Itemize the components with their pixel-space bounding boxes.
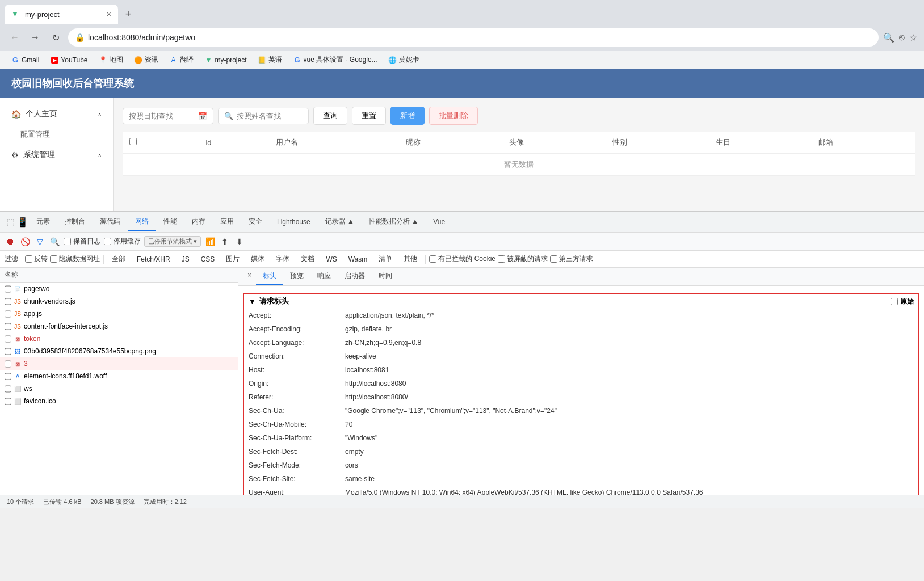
filter-ws-btn[interactable]: WS	[321, 254, 341, 264]
tab-perf-insights[interactable]: 性能数据分析 ▲	[362, 213, 425, 231]
active-tab[interactable]: ▼ my-project ×	[5, 5, 118, 24]
bookmark-my-project[interactable]: ▼ my-project	[200, 54, 251, 66]
bookmark-vue-settings[interactable]: G vue 具体设置 - Google...	[289, 53, 382, 66]
back-button[interactable]: ←	[7, 30, 23, 45]
batch-delete-button[interactable]: 批量删除	[429, 107, 478, 125]
upload-btn[interactable]: ⬆	[219, 236, 230, 247]
msn-favicon: 🟠	[135, 56, 142, 64]
hide-data-urls-checkbox[interactable]: 隐藏数据网址	[50, 254, 100, 264]
bookmark-msn[interactable]: 🟠 资讯	[130, 53, 163, 66]
filter-img-btn[interactable]: 图片	[221, 253, 244, 265]
request-pagetwo[interactable]: 📄 pagetwo	[0, 283, 238, 295]
detail-tab-initiator[interactable]: 启动器	[338, 268, 372, 285]
request-chunk-vendors[interactable]: JS chunk-vendors.js	[0, 295, 238, 308]
request-favicon[interactable]: ⬜ favicon.ico	[0, 395, 238, 407]
tab-memory[interactable]: 内存	[185, 213, 212, 231]
filter-fetch-xhr-btn[interactable]: Fetch/XHR	[132, 254, 175, 264]
new-tab-button[interactable]: +	[120, 6, 136, 22]
devtools-inspect-btn[interactable]: ⬚	[5, 217, 16, 228]
tab-network[interactable]: 网络	[128, 213, 156, 231]
bookmark-youtube[interactable]: ▶ YouTube	[46, 54, 92, 66]
filter-font-btn[interactable]: 字体	[271, 253, 294, 265]
sidebar-system[interactable]: ⚙ 系统管理 ∧	[0, 144, 113, 166]
bookmark-button[interactable]: ☆	[909, 32, 917, 43]
date-search-input[interactable]	[129, 112, 195, 120]
tab-vue[interactable]: Vue	[426, 214, 452, 230]
address-bar[interactable]: 🔒 localhost:8080/admin/pagetwo	[68, 28, 879, 47]
download-btn[interactable]: ⬇	[234, 236, 245, 247]
name-search-field[interactable]: 🔍	[218, 108, 309, 124]
query-button[interactable]: 查询	[313, 107, 347, 125]
reload-button[interactable]: ↻	[48, 30, 64, 45]
record-button[interactable]: ⏺	[5, 236, 16, 247]
sidebar-config[interactable]: 配置管理	[0, 125, 113, 144]
detail-tab-timing[interactable]: 时间	[372, 268, 399, 285]
finish-time: 完成用时：2.12	[144, 498, 187, 506]
main-content: 📅 🔍 查询 重置 新增 批量删除 id 用户名 昵称	[114, 98, 924, 211]
zoom-button[interactable]: 🔍	[883, 32, 894, 43]
select-all-checkbox[interactable]	[129, 138, 137, 145]
header-value: http://localhost:8080/	[345, 392, 914, 402]
third-party-checkbox[interactable]: 第三方请求	[550, 254, 593, 264]
blocked-cookie-checkbox[interactable]: 有已拦截的 Cookie	[429, 254, 495, 264]
request-element-icons[interactable]: A element-icons.ff18efd1.woff	[0, 370, 238, 382]
forward-button[interactable]: →	[27, 30, 43, 45]
add-button[interactable]: 新增	[390, 107, 425, 125]
request-3[interactable]: ⊠ 3	[0, 357, 238, 370]
filter-icon-btn[interactable]: ▽	[34, 236, 45, 247]
detail-close-btn[interactable]: ×	[243, 268, 256, 285]
tab-sources[interactable]: 源代码	[93, 213, 127, 231]
raw-checkbox[interactable]: 原始	[891, 297, 914, 306]
tab-elements[interactable]: 元素	[30, 213, 57, 231]
detail-tab-headers[interactable]: 标头	[256, 268, 283, 285]
request-element-icons-name: element-icons.ff18efd1.woff	[24, 372, 233, 380]
preserve-log-checkbox[interactable]: 保留日志	[64, 237, 100, 246]
tab-security[interactable]: 安全	[242, 213, 269, 231]
filter-css-btn[interactable]: CSS	[196, 254, 220, 264]
date-search-field[interactable]: 📅	[123, 108, 213, 124]
tab-console[interactable]: 控制台	[58, 213, 92, 231]
filter-media-btn[interactable]: 媒体	[246, 253, 269, 265]
bookmark-maps[interactable]: 📍 地图	[95, 53, 128, 66]
sidebar-home[interactable]: 🏠 个人主页 ∧	[0, 103, 113, 125]
app-header: 校园旧物回收后台管理系统	[0, 69, 924, 98]
tab-close-btn[interactable]: ×	[107, 10, 111, 19]
bookmark-gmail[interactable]: G Gmail	[7, 54, 44, 66]
blocked-requests-checkbox[interactable]: 被屏蔽的请求	[498, 254, 548, 264]
sidebar: 🏠 个人主页 ∧ 配置管理 ⚙ 系统管理 ∧	[0, 98, 114, 211]
reset-button[interactable]: 重置	[352, 107, 386, 125]
request-ws[interactable]: ⬜ ws	[0, 382, 238, 395]
tab-performance[interactable]: 性能	[157, 213, 184, 231]
tab-recorder[interactable]: 记录器 ▲	[318, 213, 361, 231]
filter-doc-btn[interactable]: 文档	[296, 253, 319, 265]
clear-button[interactable]: 🚫	[19, 236, 31, 247]
tab-application[interactable]: 应用	[213, 213, 241, 231]
disable-cache-checkbox[interactable]: 停用缓存	[104, 237, 141, 246]
bookmark-monika[interactable]: 🌐 莫妮卡	[384, 53, 424, 66]
name-search-input[interactable]	[237, 112, 303, 120]
request-app-js[interactable]: JS app.js	[0, 308, 238, 320]
tab-lighthouse[interactable]: Lighthouse	[270, 214, 317, 230]
detail-tab-response[interactable]: 响应	[310, 268, 338, 285]
throttle-dropdown[interactable]: 已停用节流模式 ▾	[144, 236, 201, 247]
detail-tab-preview[interactable]: 预览	[283, 268, 310, 285]
filter-other-btn[interactable]: 其他	[399, 253, 422, 265]
filter-js-btn[interactable]: JS	[177, 254, 194, 264]
resources-size: 20.8 MB 项资源	[91, 498, 135, 506]
search-btn[interactable]: 🔍	[49, 236, 60, 247]
devtools-device-btn[interactable]: 📱	[17, 217, 28, 228]
request-png[interactable]: 🖼 03b0d39583f48206768a7534e55bcpng.png	[0, 345, 238, 357]
bookmark-translate[interactable]: A 翻译	[165, 53, 198, 66]
reverse-checkbox[interactable]: 反转	[25, 254, 48, 264]
share-button[interactable]: ⎋	[899, 32, 905, 43]
filter-all-btn[interactable]: 全部	[107, 253, 130, 265]
requests-panel: 名称 📄 pagetwo JS chunk-vendors.js JS app.…	[0, 268, 238, 495]
bookmark-english[interactable]: 📒 英语	[254, 53, 287, 66]
filter-wasm-btn[interactable]: Wasm	[344, 254, 372, 264]
request-token[interactable]: ⊠ token	[0, 332, 238, 345]
header-row: Sec-Ch-Ua:"Google Chrome";v="113", "Chro…	[244, 404, 918, 418]
request-content-fontface[interactable]: JS content-fontface-intercept.js	[0, 320, 238, 332]
filter-manifest-btn[interactable]: 清单	[374, 253, 397, 265]
toggle-icon[interactable]: ▼	[249, 297, 256, 306]
calendar-icon: 📅	[198, 112, 207, 120]
